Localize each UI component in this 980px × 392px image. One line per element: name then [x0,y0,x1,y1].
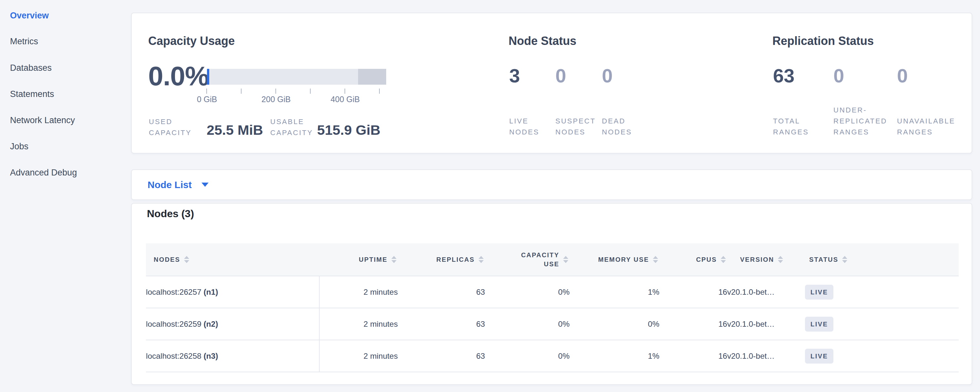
table-row-node-3[interactable]: localhost:26258 (n3) 2 minutes 63 0% 1% … [146,340,959,372]
node-capacity-use: 0% [485,276,570,308]
suspect-nodes-stat: 0 SUSPECT NODES [555,66,604,138]
dead-nodes-count: 0 [602,66,644,86]
dead-nodes-stat: 0 DEAD NODES [602,66,644,138]
label-line: NODES [509,127,553,138]
column-label: REPLICAS [436,256,475,263]
column-label: NODES [154,256,180,263]
label-line: SUSPECT [555,116,604,127]
nodes-table-title: Nodes (3) [147,207,194,220]
sort-icon [778,256,783,263]
nodes-table-card: Nodes (3) NODES UPTIME REPLICAS CAPACITY… [131,203,972,385]
label-line: UNDER- [834,105,898,116]
label-line: DEAD [602,116,644,127]
capacity-other-segment [358,69,386,84]
label-line: USABLE [270,116,313,127]
sidebar-item-network-latency[interactable]: Network Latency [10,114,120,127]
column-header-nodes[interactable]: NODES [146,243,319,276]
node-uptime: 2 minutes [319,340,398,372]
suspect-nodes-count: 0 [555,66,604,86]
table-row-node-2[interactable]: localhost:26259 (n2) 2 minutes 63 0% 0% … [146,308,959,340]
column-header-memory-use[interactable]: MEMORY USE [570,243,659,276]
status-badge: LIVE [805,349,834,363]
label-line: NODES [555,127,604,138]
sort-icon [184,256,189,263]
unavailable-ranges-stat: 0 UNAVAILABLE RANGES [897,66,971,138]
chevron-down-icon [202,183,208,187]
node-cpus: 16 [659,340,727,372]
live-nodes-stat: 3 LIVE NODES [509,66,553,138]
column-label: UPTIME [359,256,388,263]
node-list-label: Node List [148,179,192,190]
label-line: LIVE [509,116,553,127]
status-badge: LIVE [805,317,834,331]
unavailable-label: UNAVAILABLE RANGES [897,116,971,138]
label-line: TOTAL [773,116,831,127]
sidebar-item-statements[interactable]: Statements [10,88,120,100]
node-replicas: 63 [398,276,485,308]
node-list-dropdown[interactable]: Node List [148,170,208,199]
axis-tick [345,89,345,94]
node-list-card: Node List [131,169,972,200]
under-replicated-count: 0 [834,66,898,86]
usable-capacity-value: 515.9 GiB [317,122,380,138]
sidebar-item-jobs[interactable]: Jobs [10,140,120,153]
node-capacity-use: 0% [485,340,570,372]
node-address[interactable]: localhost:26257 [146,288,202,296]
column-header-version[interactable]: VERSION [727,243,803,276]
node-version: v20.1.0-bet… [727,308,803,340]
table-row-node-1[interactable]: localhost:26257 (n1) 2 minutes 63 0% 1% … [146,276,959,308]
sidebar-item-databases[interactable]: Databases [10,61,120,74]
axis-tick [275,89,276,94]
sidebar-item-overview[interactable]: Overview [10,9,120,22]
node-address[interactable]: localhost:26259 [146,320,202,328]
axis-tick [241,89,242,94]
column-header-replicas[interactable]: REPLICAS [398,243,485,276]
dead-nodes-label: DEAD NODES [602,116,644,138]
sidebar: Overview Metrics Databases Statements Ne… [0,0,129,392]
nodes-table: NODES UPTIME REPLICAS CAPACITY USE MEMOR… [146,243,959,372]
used-capacity-value: 25.5 MiB [207,122,263,138]
status-badge: LIVE [805,285,834,300]
sidebar-item-metrics[interactable]: Metrics [10,35,120,48]
column-header-uptime[interactable]: UPTIME [319,243,398,276]
node-version: v20.1.0-bet… [727,340,803,372]
used-capacity-label: USED CAPACITY [149,116,191,138]
column-header-status[interactable]: STATUS [803,243,959,276]
column-label: MEMORY USE [598,256,649,263]
cluster-summary-card: Capacity Usage 0.0% 0 GiB 200 GiB 400 Gi… [131,13,972,153]
suspect-nodes-label: SUSPECT NODES [555,116,604,138]
node-memory-use: 1% [570,340,659,372]
sort-icon [653,256,658,263]
table-header-row: NODES UPTIME REPLICAS CAPACITY USE MEMOR… [146,243,959,276]
node-replicas: 63 [398,340,485,372]
label-line: NODES [602,127,644,138]
axis-tick [310,89,311,94]
label-line: RANGES [897,127,971,138]
total-ranges-count: 63 [773,66,831,86]
sort-icon [563,256,568,263]
column-label: CPUS [696,256,717,263]
sidebar-item-advanced-debug[interactable]: Advanced Debug [10,166,120,179]
node-id: (n2) [204,320,218,328]
live-nodes-count: 3 [509,66,553,86]
label-line: USED [149,116,191,127]
under-replicated-label: UNDER- REPLICATED RANGES [834,105,898,138]
capacity-usage-title: Capacity Usage [148,34,235,48]
node-address[interactable]: localhost:26258 [146,352,202,360]
node-replicas: 63 [398,308,485,340]
column-header-capacity-use[interactable]: CAPACITY USE [485,243,570,276]
total-ranges-label: TOTAL RANGES [773,116,831,138]
label-line: REPLICATED [834,116,898,127]
replication-status-title: Replication Status [772,34,874,48]
sort-icon [721,256,726,263]
node-memory-use: 1% [570,276,659,308]
axis-label-400: 400 GiB [331,95,360,104]
capacity-used-segment [207,69,209,84]
capacity-used-percent: 0.0% [148,62,208,89]
label-line: CAPACITY [270,127,313,138]
node-cpus: 16 [659,308,727,340]
column-label: STATUS [809,256,838,263]
column-header-cpus[interactable]: CPUS [659,243,727,276]
node-id: (n3) [204,352,218,360]
total-ranges-stat: 63 TOTAL RANGES [773,66,831,138]
